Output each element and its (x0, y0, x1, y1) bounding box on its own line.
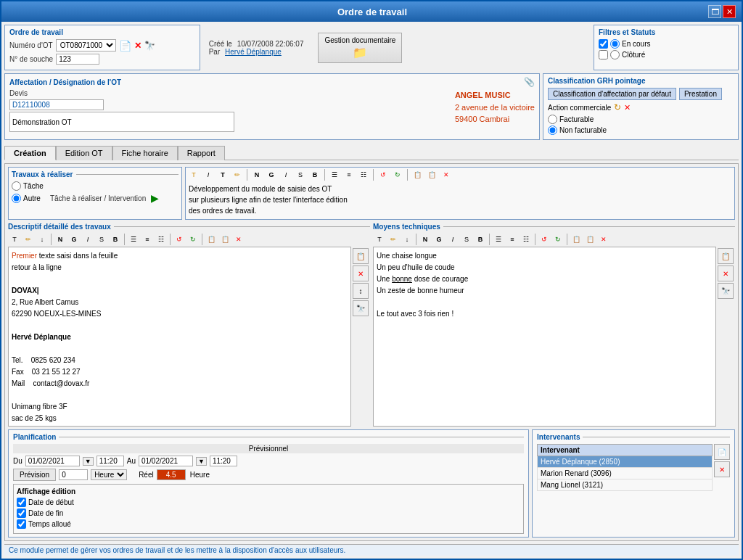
moyens-content[interactable]: Une chaise longue Un peu d'huile de coud… (373, 247, 716, 427)
desc-tb-align-r-btn[interactable]: ☷ (155, 234, 168, 245)
moy-tb-arrow-btn[interactable]: ↓ (401, 234, 414, 245)
tb-align-right-btn[interactable]: ☷ (357, 169, 370, 181)
tb-copy-btn[interactable]: 📋 (411, 169, 424, 181)
temps-alloue-checkbox[interactable] (17, 519, 26, 529)
tb-delete-travaux-btn[interactable]: ✕ (440, 169, 453, 181)
minimize-button[interactable]: 🗖 (708, 5, 721, 18)
affectation-default-btn[interactable]: Classification d'affectation par défaut (548, 88, 676, 100)
delete-action-icon[interactable]: ✕ (624, 103, 631, 112)
tb-undo-btn[interactable]: ↺ (377, 169, 390, 181)
tab-edition-ot[interactable]: Edition OT (56, 146, 112, 160)
moy-tb-i-btn[interactable]: I (446, 234, 459, 245)
desc-tb-g-btn[interactable]: G (67, 234, 81, 245)
tab-fiche-horaire[interactable]: Fiche horaire (112, 146, 178, 160)
desc-side-move-btn[interactable]: ↕ (353, 283, 369, 299)
par-value[interactable]: Hervé Déplanque (225, 48, 282, 56)
tb-align-center-btn[interactable]: ≡ (342, 169, 356, 181)
descriptif-content[interactable]: Premier texte saisi dans la feuille reto… (8, 247, 351, 427)
cloture-checkbox[interactable] (599, 50, 608, 59)
facturable-radio[interactable] (548, 115, 557, 124)
au-date-input[interactable]: 01/02/2021 (139, 456, 193, 466)
au-time-input[interactable]: 11:20 (210, 456, 237, 466)
heure-select[interactable]: Heure (91, 469, 127, 480)
tab-creation[interactable]: Création (4, 146, 56, 160)
desc-tb-align-l-btn[interactable]: ☰ (127, 234, 140, 245)
moy-tb-pencil-btn[interactable]: ✏ (387, 234, 400, 245)
moy-tb-copy-btn[interactable]: 📋 (570, 234, 583, 245)
tb-align-left-btn[interactable]: ☰ (328, 169, 341, 181)
desc-side-bino-btn[interactable]: 🔭 (353, 300, 369, 316)
interv-row-0[interactable]: Hervé Déplanque (2850) (538, 456, 713, 468)
du-time-input[interactable]: 11:20 (97, 456, 124, 466)
prestation-btn[interactable]: Prestation (679, 88, 722, 100)
tb-b-btn[interactable]: B (308, 169, 321, 181)
reel-value-input[interactable]: 4.5 (157, 469, 186, 480)
delete-ot-icon[interactable]: ✕ (134, 41, 141, 51)
desc-tb-copy-btn[interactable]: 📋 (205, 234, 218, 245)
tb-paste-btn[interactable]: 📋 (425, 169, 438, 181)
tb-pencil-btn[interactable]: T (187, 169, 200, 181)
tb-g-btn[interactable]: G (265, 169, 278, 181)
desc-tb-undo-btn[interactable]: ↺ (173, 234, 186, 245)
souche-input[interactable]: 123 (56, 54, 99, 65)
moy-tb-b-btn[interactable]: B (474, 234, 487, 245)
tab-rapport[interactable]: Rapport (178, 146, 225, 160)
tb-n-btn[interactable]: N (250, 169, 263, 181)
moy-tb-align-c-btn[interactable]: ≡ (506, 234, 519, 245)
refresh-icon[interactable]: ↻ (614, 102, 621, 112)
moy-tb-paste-btn[interactable]: 📋 (583, 234, 596, 245)
en-cours-radio[interactable] (610, 39, 620, 49)
tb-s-btn[interactable]: S (294, 169, 307, 181)
desc-tb-i-btn[interactable]: I (81, 234, 94, 245)
en-cours-checkbox[interactable] (599, 39, 608, 49)
tache-radio[interactable] (12, 181, 21, 191)
moy-tb-align-r-btn[interactable]: ☷ (520, 234, 533, 245)
moy-tb-del-btn[interactable]: ✕ (597, 234, 610, 245)
prevision-button[interactable]: Prévision (13, 469, 56, 481)
interv-add-btn[interactable]: 📄 (714, 444, 730, 460)
tb-t2-btn[interactable]: T (216, 169, 229, 181)
tb-italic-btn[interactable]: I (202, 169, 215, 181)
close-button[interactable]: ✕ (723, 5, 736, 18)
desc-tb-del-btn[interactable]: ✕ (232, 234, 245, 245)
desc-side-del-btn[interactable]: ✕ (353, 265, 369, 281)
gestion-button[interactable]: Gestion documentaire 📁 (318, 33, 402, 63)
interv-row-2[interactable]: Mang Lionel (3121) (538, 479, 713, 491)
desc-tb-t-btn[interactable]: T (8, 234, 21, 245)
autre-radio[interactable] (12, 194, 21, 203)
tb-i-btn[interactable]: I (279, 169, 292, 181)
interv-del-btn[interactable]: ✕ (714, 461, 730, 477)
desc-tb-arrow-btn[interactable]: ↓ (36, 234, 49, 245)
binoculars-ot-icon[interactable]: 🔭 (144, 41, 155, 51)
moy-tb-align-l-btn[interactable]: ☰ (492, 234, 505, 245)
new-doc-icon[interactable]: 📄 (119, 40, 131, 52)
moy-tb-n-btn[interactable]: N (419, 234, 432, 245)
au-date-picker[interactable]: ▼ (196, 457, 207, 466)
cloture-radio[interactable] (610, 50, 620, 59)
designation-input[interactable]: Démonstration OT (9, 112, 234, 132)
desc-tb-pencil-btn[interactable]: ✏ (22, 234, 35, 245)
moy-tb-g-btn[interactable]: G (432, 234, 446, 245)
devis-input[interactable]: D12110008 (9, 99, 104, 110)
non-facturable-radio[interactable] (548, 125, 557, 135)
numero-select[interactable]: OT08071000 (56, 39, 116, 52)
tb-redo-btn[interactable]: ↻ (391, 169, 404, 181)
du-date-picker[interactable]: ▼ (83, 457, 94, 466)
moy-tb-undo-btn[interactable]: ↺ (538, 234, 551, 245)
desc-tb-b-btn[interactable]: B (109, 234, 122, 245)
moy-tb-s-btn[interactable]: S (460, 234, 473, 245)
du-date-input[interactable]: 01/02/2021 (25, 456, 80, 466)
desc-side-copy-btn[interactable]: 📋 (353, 248, 369, 264)
desc-tb-s-btn[interactable]: S (95, 234, 108, 245)
date-fin-checkbox[interactable] (17, 508, 26, 518)
desc-tb-n-btn[interactable]: N (54, 234, 67, 245)
moy-side-copy-btn[interactable]: 📋 (718, 248, 734, 264)
prevision-value-input[interactable]: 0 (59, 469, 88, 480)
moy-tb-redo-btn[interactable]: ↻ (551, 234, 565, 245)
moy-side-del-btn[interactable]: ✕ (718, 265, 734, 281)
tb-paint-btn[interactable]: ✏ (231, 169, 244, 181)
desc-tb-paste-btn[interactable]: 📋 (218, 234, 231, 245)
desc-tb-redo-btn[interactable]: ↻ (186, 234, 200, 245)
interv-row-1[interactable]: Marion Renard (3096) (538, 468, 713, 479)
date-debut-checkbox[interactable] (17, 498, 26, 507)
